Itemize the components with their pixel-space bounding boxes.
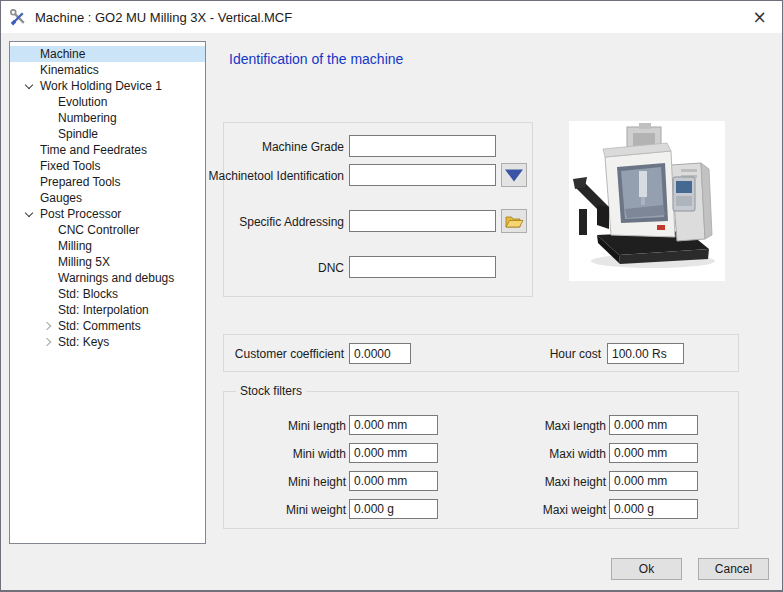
settings-tree: Machine Kinematics Work Holding Device 1… <box>9 41 206 544</box>
maxi-weight-label: Maxi weight <box>486 503 606 517</box>
tree-item-warnings-and-debugs[interactable]: Warnings and debugs <box>10 270 205 286</box>
hour-cost-label: Hour cost <box>481 347 601 361</box>
tree-item-std-comments[interactable]: Std: Comments <box>10 318 205 334</box>
mini-width-input[interactable] <box>349 443 438 463</box>
dnc-label: DNC <box>201 261 344 275</box>
mini-length-input[interactable] <box>349 415 438 435</box>
tree-item-spindle[interactable]: Spindle <box>10 126 205 142</box>
mini-height-label: Mini height <box>226 475 346 489</box>
maxi-height-input[interactable] <box>609 471 698 491</box>
mini-weight-input[interactable] <box>349 499 438 519</box>
stock-filters-legend: Stock filters <box>236 384 306 398</box>
tree-item-work-holding-device-1[interactable]: Work Holding Device 1 <box>10 78 205 94</box>
machine-grade-label: Machine Grade <box>201 140 344 154</box>
tree-item-evolution[interactable]: Evolution <box>10 94 205 110</box>
machinetool-identification-input[interactable] <box>349 164 496 186</box>
maxi-length-label: Maxi length <box>486 419 606 433</box>
tree-item-post-processor[interactable]: Post Processor <box>10 206 205 222</box>
machine-grade-input[interactable] <box>349 135 496 157</box>
browse-folder-button[interactable] <box>501 209 527 233</box>
tree-item-std-blocks[interactable]: Std: Blocks <box>10 286 205 302</box>
dnc-input[interactable] <box>349 256 496 278</box>
chevron-down-icon[interactable] <box>22 206 40 222</box>
mini-length-label: Mini length <box>226 419 346 433</box>
triangle-down-icon <box>504 168 524 183</box>
titlebar[interactable]: Machine : GO2 MU Milling 3X - Vertical.M… <box>1 1 782 33</box>
tools-icon <box>10 9 27 26</box>
customer-coefficient-input[interactable] <box>349 343 411 364</box>
specific-addressing-input[interactable] <box>349 210 496 232</box>
ok-button[interactable]: Ok <box>611 558 682 580</box>
chevron-down-icon[interactable] <box>22 78 40 94</box>
tree-item-milling[interactable]: Milling <box>10 238 205 254</box>
maxi-height-label: Maxi height <box>486 475 606 489</box>
page-title: Identification of the machine <box>229 51 403 67</box>
tree-item-std-interpolation[interactable]: Std: Interpolation <box>10 302 205 318</box>
machine-dialog-window: Machine : GO2 MU Milling 3X - Vertical.M… <box>0 0 783 592</box>
maxi-length-input[interactable] <box>609 415 698 435</box>
tree-item-fixed-tools[interactable]: Fixed Tools <box>10 158 205 174</box>
maxi-width-input[interactable] <box>609 443 698 463</box>
maxi-width-label: Maxi width <box>486 447 606 461</box>
mini-width-label: Mini width <box>226 447 346 461</box>
tree-item-time-and-feedrates[interactable]: Time and Feedrates <box>10 142 205 158</box>
customer-coefficient-label: Customer coefficient <box>206 347 344 361</box>
mini-height-input[interactable] <box>349 471 438 491</box>
tree-item-kinematics[interactable]: Kinematics <box>10 62 205 78</box>
tree-item-gauges[interactable]: Gauges <box>10 190 205 206</box>
machinetool-dropdown-button[interactable] <box>501 163 527 187</box>
machinetool-identification-label: Machinetool Identification <box>201 169 344 183</box>
tree-item-std-keys[interactable]: Std: Keys <box>10 334 205 350</box>
hour-cost-input[interactable] <box>607 343 684 364</box>
close-icon[interactable]: × <box>737 1 782 32</box>
specific-addressing-label: Specific Addressing <box>201 215 344 229</box>
tree-item-cnc-controller[interactable]: CNC Controller <box>10 222 205 238</box>
open-folder-icon <box>505 214 524 229</box>
machine-preview-image <box>569 121 725 281</box>
window-title: Machine : GO2 MU Milling 3X - Vertical.M… <box>35 10 292 25</box>
chevron-right-icon[interactable] <box>40 334 58 350</box>
vertical-milling-machine-illustration <box>569 121 725 281</box>
maxi-weight-input[interactable] <box>609 499 698 519</box>
chevron-right-icon[interactable] <box>40 318 58 334</box>
tree-item-machine[interactable]: Machine <box>10 46 205 62</box>
tree-item-numbering[interactable]: Numbering <box>10 110 205 126</box>
mini-weight-label: Mini weight <box>226 503 346 517</box>
tree-item-milling-5x[interactable]: Milling 5X <box>10 254 205 270</box>
tree-item-prepared-tools[interactable]: Prepared Tools <box>10 174 205 190</box>
cancel-button[interactable]: Cancel <box>698 558 769 580</box>
